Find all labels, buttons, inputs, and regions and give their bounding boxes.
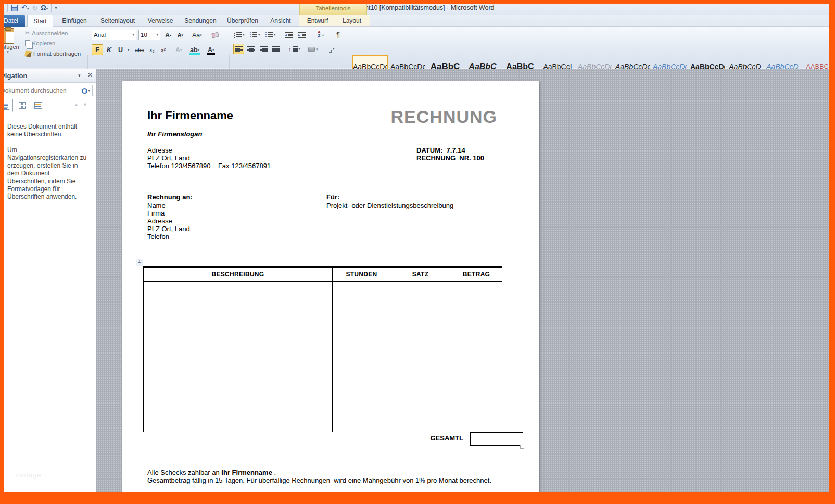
close-icon[interactable]: ✕	[87, 71, 93, 79]
eraser-icon	[211, 32, 219, 38]
multilevel-list-button[interactable]: ▾	[264, 30, 277, 40]
qat-separator	[51, 4, 52, 12]
show-paragraph-marks-button[interactable]: ¶	[335, 29, 341, 40]
footer-checks-line[interactable]: Alle Schecks zahlbar an Ihr Firmenname .	[147, 469, 276, 476]
quick-access-toolbar: ↶▾ ↻ Ω▾ ▾	[7, 3, 57, 13]
grow-font-button[interactable]: A▴	[163, 30, 173, 41]
invoice-table[interactable]: BESCHREIBUNG STUNDEN SATZ BETRAG	[143, 266, 502, 432]
tab-start[interactable]: Start	[27, 15, 53, 27]
font-name-combo[interactable]: Arial▾	[92, 30, 136, 40]
bold-button[interactable]: F	[92, 44, 103, 55]
tab-ueberpruefen[interactable]: Überprüfen	[222, 15, 263, 27]
search-options-icon[interactable]: ▾	[88, 89, 90, 93]
increase-indent-button[interactable]	[297, 30, 307, 40]
font-size-combo[interactable]: 10▾	[138, 30, 160, 40]
text-effects-button[interactable]: A▾	[174, 44, 184, 55]
shrink-font-button[interactable]: A▾	[176, 30, 185, 41]
total-label[interactable]: GESAMTL	[411, 434, 463, 442]
table-move-handle[interactable]: ↔↔	[136, 259, 143, 266]
paint-bucket-icon	[308, 47, 315, 52]
format-painter-button[interactable]: Format übertragen	[25, 51, 81, 57]
copy-button[interactable]: Kopieren	[25, 40, 55, 46]
sort-icon: AZ	[318, 30, 321, 37]
shading-button[interactable]: ▾	[307, 44, 319, 55]
numbering-button[interactable]: ▾	[249, 30, 261, 40]
cut-button[interactable]: ✂ Ausschneiden	[25, 30, 68, 36]
clear-formatting-button[interactable]	[210, 30, 220, 41]
save-icon[interactable]	[11, 5, 18, 11]
company-name[interactable]: Ihr Firmenname	[147, 109, 233, 122]
company-slogan[interactable]: Ihr Firmenslogan	[147, 130, 202, 138]
undo-icon[interactable]: ↶▾	[21, 4, 29, 12]
next-result-icon[interactable]: ▼	[83, 102, 87, 107]
sort-button[interactable]: AZ ↓	[317, 29, 325, 39]
subscript-button[interactable]: x₂	[148, 44, 156, 55]
italic-button[interactable]: K	[105, 44, 113, 55]
bullets-button[interactable]: ▾	[233, 30, 246, 40]
bill-to-heading[interactable]: Rechnung an:	[147, 193, 193, 201]
total-value-cell[interactable]	[470, 432, 523, 446]
footer-terms-line[interactable]: Gesamtbetrag fällig in 15 Tagen. Für übe…	[147, 476, 491, 484]
strikethrough-button[interactable]: abc	[133, 44, 146, 55]
paste-dropdown-icon[interactable]: ▾	[7, 50, 9, 54]
change-case-button[interactable]: Aa▾	[191, 30, 204, 41]
decrease-indent-icon	[285, 32, 293, 38]
align-right-icon	[260, 46, 268, 53]
browse-pages-tab[interactable]	[15, 99, 29, 112]
insert-symbol-icon[interactable]: Ω▾	[41, 4, 48, 12]
numbered-list-icon	[250, 32, 257, 38]
tab-sendungen[interactable]: Sendungen	[180, 15, 221, 27]
tab-ansicht[interactable]: Ansicht	[264, 15, 297, 27]
frame-border-bottom	[0, 492, 835, 504]
bill-to-line[interactable]: PLZ Ort, Land	[147, 225, 190, 233]
company-address-line[interactable]: PLZ Ort, Land	[147, 154, 190, 162]
superscript-button[interactable]: x²	[159, 44, 167, 55]
no-headings-message: Dieses Dokument enthält keine Überschrif…	[7, 123, 90, 138]
project-heading[interactable]: Für:	[326, 193, 339, 201]
customize-qat-icon[interactable]: ▾	[55, 5, 57, 10]
document-page[interactable]: Ihr Firmenname Ihr Firmenslogan Adresse …	[122, 81, 539, 497]
format-painter-icon	[24, 50, 32, 57]
navigation-options-icon[interactable]: ▾	[78, 73, 81, 78]
justify-icon	[272, 46, 280, 53]
column-header-betrag: BETRAG	[450, 271, 503, 278]
font-color-button[interactable]: A▾	[206, 44, 216, 55]
increase-indent-icon	[298, 32, 306, 38]
highlight-color-button[interactable]: ab▾	[188, 44, 201, 55]
previous-result-icon[interactable]: ▲	[74, 102, 79, 107]
redo-icon[interactable]: ↻	[32, 5, 37, 11]
line-spacing-button[interactable]: ↕▾	[287, 44, 301, 54]
company-address-line[interactable]: Adresse	[147, 146, 172, 154]
search-input[interactable]	[0, 87, 81, 94]
scissors-icon: ✂	[25, 30, 30, 36]
line-spacing-icon: ↕	[288, 46, 292, 52]
tab-entwurf[interactable]: Entwurf	[301, 15, 334, 27]
bill-to-line[interactable]: Adresse	[147, 217, 172, 225]
tab-einfuegen[interactable]: Einfügen	[56, 15, 93, 27]
footer-company-name: Ihr Firmenname	[221, 469, 272, 476]
search-icon[interactable]	[81, 87, 87, 94]
tab-verweise[interactable]: Verweise	[143, 15, 178, 27]
borders-button[interactable]: ▾	[324, 44, 336, 54]
justify-button[interactable]	[271, 44, 281, 54]
underline-button[interactable]: U	[117, 44, 124, 55]
navigation-search-box[interactable]: ▾	[0, 85, 93, 96]
tab-seitenlayout[interactable]: Seitenlayout	[95, 15, 141, 27]
invoice-number-line[interactable]: RECHNUNG NR. 100	[416, 154, 484, 162]
project-description[interactable]: Projekt- oder Dienstleistungsbeschreibun…	[326, 201, 453, 209]
tab-layout[interactable]: Layout	[336, 15, 368, 27]
underline-dropdown-icon[interactable]: ▾	[126, 44, 131, 55]
bill-to-line[interactable]: Firma	[147, 209, 165, 217]
company-phone-fax-line[interactable]: Telefon 123/4567890 Fax 123/4567891	[147, 162, 271, 170]
search-results-icon	[34, 102, 42, 109]
bill-to-line[interactable]: Telefon	[147, 233, 169, 241]
decrease-indent-button[interactable]	[284, 30, 294, 40]
invoice-date-line[interactable]: DATUM: 7.7.14	[416, 146, 465, 154]
bill-to-line[interactable]: Name	[147, 201, 166, 209]
align-center-button[interactable]	[246, 44, 256, 54]
align-right-button[interactable]	[259, 44, 269, 54]
invoice-title[interactable]: RECHNUNG	[391, 107, 497, 127]
browse-results-tab[interactable]	[31, 99, 45, 112]
align-left-button[interactable]	[233, 44, 244, 54]
table-resize-handle[interactable]	[520, 445, 524, 449]
